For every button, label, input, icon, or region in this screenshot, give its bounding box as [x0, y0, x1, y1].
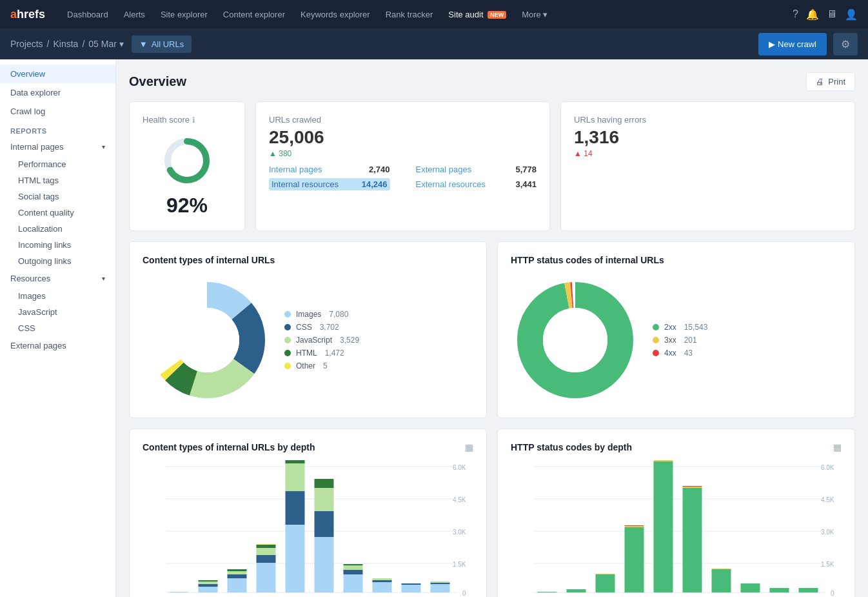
sidebar-sub-performance[interactable]: Performance [0, 156, 115, 172]
info-icon[interactable]: ℹ [192, 116, 195, 125]
sidebar-section-reports: REPORTS [0, 121, 115, 137]
urls-errors-value: 1,316 [574, 127, 842, 148]
url-row-external-pages: External pages 5,778 [416, 163, 537, 176]
content-types-legend: Images 7,080 CSS 3,702 JavaScript 3,529 [284, 310, 359, 370]
help-icon[interactable]: ? [793, 8, 798, 20]
sidebar-item-overview[interactable]: Overview [0, 65, 115, 83]
http-bar-chart-settings-icon[interactable]: ▦ [833, 442, 842, 452]
sidebar-sub-outgoing-links[interactable]: Outgoing links [0, 253, 115, 269]
svg-rect-50 [402, 585, 421, 592]
svg-rect-40 [315, 511, 334, 537]
bell-icon[interactable]: 🔔 [806, 8, 819, 21]
settings-button[interactable]: ⚙ [833, 33, 858, 56]
bar-chart-settings-icon[interactable]: ▦ [465, 442, 473, 452]
sidebar-sub-javascript[interactable]: JavaScript [0, 304, 115, 320]
urls-breakdown-grid: Internal pages 2,740 External pages 5,77… [269, 163, 537, 190]
sidebar-item-crawl-log[interactable]: Crawl log [0, 102, 115, 121]
legend-javascript: JavaScript 3,529 [284, 336, 359, 345]
breadcrumb-projects[interactable]: Projects [10, 39, 43, 49]
new-crawl-button[interactable]: ▶ New crawl [758, 33, 827, 56]
sidebar-sub-content-quality[interactable]: Content quality [0, 205, 115, 221]
user-icon[interactable]: 👤 [845, 8, 858, 21]
http-status-bar-header: HTTP status codes by depth ▦ [511, 442, 842, 452]
monitor-icon[interactable]: 🖥 [827, 8, 837, 20]
nav-keywords-explorer[interactable]: Keywords explorer [294, 6, 377, 23]
legend-css: CSS 3,702 [284, 323, 359, 332]
nav-rank-tracker[interactable]: Rank tracker [379, 6, 440, 23]
layout: Overview Data explorer Crawl log REPORTS… [0, 59, 868, 597]
sidebar-item-data-explorer[interactable]: Data explorer [0, 83, 115, 102]
svg-rect-49 [373, 578, 392, 580]
svg-text:1.5K: 1.5K [453, 561, 466, 568]
svg-rect-41 [315, 488, 334, 511]
svg-rect-82 [654, 461, 673, 592]
svg-text:1.5K: 1.5K [821, 561, 834, 568]
breadcrumb: Projects / Kinsta / 05 Mar ▾ [10, 39, 124, 49]
svg-rect-80 [625, 526, 644, 527]
content-types-donut-container: Images 7,080 CSS 3,702 JavaScript 3,529 [143, 276, 473, 405]
page-header: Overview 🖨 Print [129, 72, 855, 91]
svg-rect-91 [799, 588, 818, 592]
sidebar-sub-html-tags[interactable]: HTML tags [0, 172, 115, 188]
nav-right-icons: ? 🔔 🖥 👤 [793, 8, 858, 21]
sub-nav: Projects / Kinsta / 05 Mar ▾ ▼ All URLs … [0, 28, 868, 59]
svg-rect-76 [567, 589, 586, 592]
chevron-down-icon-resources: ▾ [102, 275, 105, 282]
svg-rect-36 [286, 491, 305, 525]
urls-errors-delta: ▲ 14 [574, 149, 842, 158]
top-nav: ahrefs Dashboard Alerts Site explorer Co… [0, 0, 868, 28]
sidebar-item-internal-pages[interactable]: Internal pages ▾ [0, 137, 115, 156]
top-cards-row: Health score ℹ 92% URLs crawled 25,006 ▲… [129, 101, 855, 231]
nav-more[interactable]: More ▾ [515, 6, 554, 23]
sidebar-sub-images[interactable]: Images [0, 288, 115, 304]
sidebar-item-external-pages[interactable]: External pages [0, 336, 115, 355]
svg-rect-79 [625, 527, 644, 592]
svg-rect-42 [315, 479, 334, 488]
svg-rect-31 [257, 555, 276, 563]
breadcrumb-date[interactable]: 05 Mar ▾ [88, 39, 123, 49]
content-types-bar-header: Content types of internal URLs by depth … [143, 442, 473, 452]
svg-text:6.0K: 6.0K [453, 464, 466, 471]
nav-content-explorer[interactable]: Content explorer [217, 6, 291, 23]
http-status-donut-card: HTTP status codes of internal URLs [497, 241, 855, 418]
svg-text:3.0K: 3.0K [821, 529, 834, 536]
bar-charts-row: Content types of internal URLs by depth … [129, 429, 855, 597]
svg-rect-32 [257, 548, 276, 555]
svg-rect-83 [654, 460, 673, 461]
content-types-bar-card: Content types of internal URLs by depth … [129, 429, 487, 597]
health-score-value: 92% [143, 194, 232, 218]
filter-button[interactable]: ▼ All URLs [132, 35, 192, 53]
svg-rect-87 [712, 569, 731, 592]
nav-site-audit[interactable]: Site audit NEW [442, 6, 513, 23]
sidebar-sub-social-tags[interactable]: Social tags [0, 188, 115, 205]
http-status-title: HTTP status codes of internal URLs [511, 255, 842, 265]
svg-rect-48 [373, 580, 392, 582]
nav-links: Dashboard Alerts Site explorer Content e… [61, 6, 793, 23]
content-types-donut-svg [143, 276, 271, 405]
svg-rect-53 [431, 583, 450, 584]
nav-site-explorer[interactable]: Site explorer [154, 6, 214, 23]
breadcrumb-kinsta[interactable]: Kinsta [53, 39, 78, 49]
svg-point-11 [543, 308, 607, 372]
svg-rect-90 [770, 588, 789, 592]
svg-rect-75 [538, 592, 557, 592]
svg-rect-89 [741, 583, 760, 592]
sidebar-item-resources[interactable]: Resources ▾ [0, 269, 115, 288]
svg-rect-24 [199, 582, 218, 584]
nav-alerts[interactable]: Alerts [117, 6, 152, 23]
svg-rect-39 [315, 537, 334, 592]
sidebar-sub-localization[interactable]: Localization [0, 221, 115, 237]
legend-html: HTML 1,472 [284, 349, 359, 358]
content-types-title: Content types of internal URLs [143, 255, 473, 265]
nav-dashboard[interactable]: Dashboard [61, 6, 115, 23]
svg-rect-46 [344, 564, 363, 565]
print-button[interactable]: 🖨 Print [806, 72, 855, 91]
svg-rect-30 [257, 563, 276, 592]
sidebar-sub-css[interactable]: CSS [0, 320, 115, 336]
legend-4xx: 4xx 43 [653, 349, 707, 358]
chevron-down-icon: ▾ [102, 143, 105, 150]
svg-rect-47 [373, 582, 392, 592]
sidebar-sub-incoming-links[interactable]: Incoming links [0, 237, 115, 253]
filter-icon: ▼ [139, 39, 148, 49]
svg-rect-33 [257, 545, 276, 548]
